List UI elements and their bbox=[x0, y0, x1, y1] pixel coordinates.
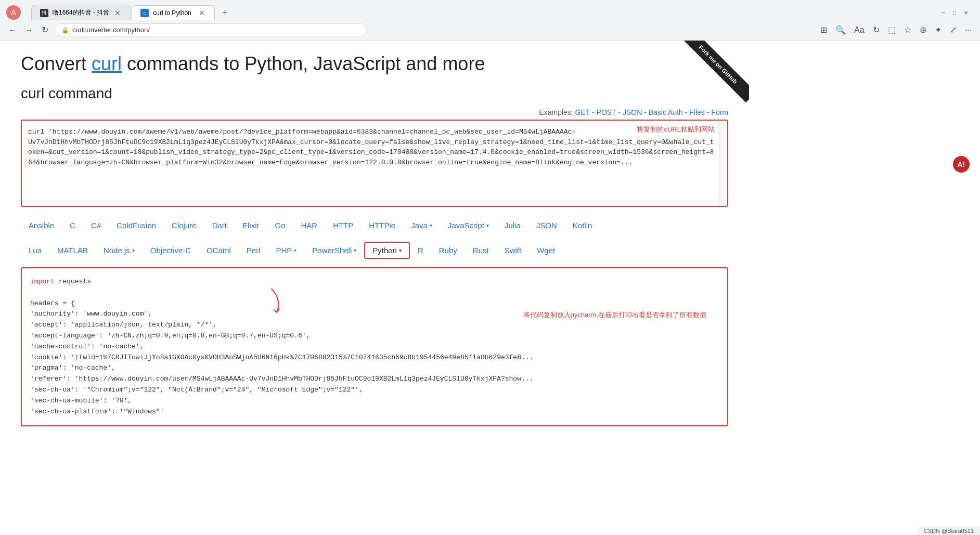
lang-lua[interactable]: Lua bbox=[21, 242, 49, 259]
new-tab-button[interactable]: + bbox=[218, 5, 232, 20]
tab-close-curl[interactable]: ✕ bbox=[198, 9, 206, 17]
maximize-button[interactable]: □ bbox=[951, 9, 958, 16]
lang-ruby[interactable]: Ruby bbox=[431, 242, 465, 259]
example-post[interactable]: POST bbox=[597, 108, 616, 116]
lang-perl[interactable]: Perl bbox=[239, 242, 268, 259]
java-dropdown-arrow: ▾ bbox=[430, 223, 432, 228]
tab-douyin[interactable]: 抖 噜1664的抖音 - 抖音 ✕ bbox=[31, 5, 131, 20]
tab-curl-python[interactable]: C curl to Python ✕ bbox=[132, 5, 215, 20]
curl-link[interactable]: curl bbox=[92, 53, 122, 74]
lang-matlab[interactable]: MATLAB bbox=[49, 242, 96, 259]
favorites-icon[interactable]: ☆ bbox=[902, 23, 913, 37]
close-button[interactable]: ✕ bbox=[962, 9, 970, 16]
refresh-icon[interactable]: ↻ bbox=[871, 23, 882, 37]
js-dropdown-arrow: ▾ bbox=[486, 223, 489, 228]
lang-go[interactable]: Go bbox=[267, 217, 293, 233]
code-line-sec-ua-mobile: 'sec-ch-ua-mobile': '?0', bbox=[30, 396, 719, 407]
curl-command-title: curl command bbox=[21, 85, 728, 102]
lang-httpie[interactable]: HTTPie bbox=[361, 217, 403, 233]
code-line-headers-open: headers = { bbox=[30, 298, 719, 309]
tab-favicon-curl: C bbox=[140, 9, 149, 17]
code-line-referer: 'referer': 'https://www.douyin.com/user/… bbox=[30, 374, 719, 385]
browser-chrome: A 抖 噜1664的抖音 - 抖音 ✕ C curl to Python ✕ +… bbox=[0, 0, 980, 41]
lang-r[interactable]: R bbox=[410, 242, 431, 259]
import-module: requests bbox=[59, 278, 91, 285]
curl-input-container: 将复制的cURL粘贴到网站 bbox=[21, 120, 728, 207]
lang-powershell[interactable]: PowerShell ▾ bbox=[304, 242, 364, 259]
reader-icon[interactable]: Aa bbox=[852, 23, 867, 37]
lang-json[interactable]: JSON bbox=[528, 217, 565, 233]
collection-icon[interactable]: ⊕ bbox=[918, 23, 929, 37]
lang-elixir[interactable]: Elixir bbox=[235, 217, 267, 233]
examples-line: Examples: GET - POST - JSON - Basic Auth… bbox=[21, 108, 728, 116]
example-get[interactable]: GET bbox=[575, 108, 590, 116]
fork-ribbon-text[interactable]: Fork me on GitHub bbox=[680, 41, 749, 102]
lang-javascript[interactable]: JavaScript ▾ bbox=[440, 217, 497, 233]
more-icon[interactable]: ··· bbox=[963, 23, 974, 37]
forward-button[interactable]: → bbox=[23, 23, 35, 37]
tab-title-curl: curl to Python bbox=[153, 9, 194, 17]
tab-title-douyin: 噜1664的抖音 - 抖音 bbox=[53, 8, 109, 17]
fork-ribbon[interactable]: Fork me on GitHub bbox=[676, 41, 749, 113]
reload-button[interactable]: ↻ bbox=[40, 23, 50, 37]
lang-ocaml[interactable]: OCaml bbox=[199, 242, 239, 259]
ps-dropdown-arrow: ▾ bbox=[354, 247, 356, 253]
lang-swift[interactable]: Swift bbox=[497, 242, 530, 259]
code-line-sec-ua-platform: 'sec-ch-ua-platform': '"Windows"' bbox=[30, 407, 719, 417]
window-controls: ─ □ ✕ bbox=[939, 9, 970, 16]
code-line-cookie: 'cookie': 'ttwid=1%7CRJTTuwiJjYo8a1GXOAc… bbox=[30, 353, 719, 363]
code-line-import: import requests bbox=[30, 277, 719, 288]
lang-c[interactable]: C bbox=[62, 217, 83, 233]
lock-icon: 🔒 bbox=[61, 27, 69, 34]
title-bar: A 抖 噜1664的抖音 - 抖音 ✕ C curl to Python ✕ +… bbox=[0, 0, 980, 21]
toolbar-icons: ⊞ 🔍 Aa ↻ ⬚ ☆ ⊕ ✦ ⤢ ··· bbox=[818, 23, 974, 37]
share-icon[interactable]: ⤢ bbox=[948, 23, 959, 37]
minimize-button[interactable]: ─ bbox=[939, 9, 947, 16]
lang-coldfusion[interactable]: ColdFusion bbox=[109, 217, 164, 233]
code-line-accept: 'accept': 'application/json, text/plain,… bbox=[30, 320, 719, 331]
language-nav-row2: Lua MATLAB Node.js ▾ Objective-C OCaml P… bbox=[21, 242, 728, 259]
pycharm-annotation: 将代码复制放入pycharm,在最后打印出看是否拿到了所有数据 bbox=[523, 310, 706, 321]
language-nav: Ansible C C# ColdFusion Clojure Dart Eli… bbox=[21, 217, 728, 233]
tab-close-douyin[interactable]: ✕ bbox=[113, 9, 122, 17]
lang-har[interactable]: HAR bbox=[293, 217, 326, 233]
page-title-prefix: Convert bbox=[21, 53, 92, 74]
address-bar[interactable]: 🔒 curlconverter.com/python/ bbox=[55, 23, 367, 36]
lang-ansible[interactable]: Ansible bbox=[21, 217, 62, 233]
curl-input[interactable] bbox=[22, 121, 727, 204]
zoom-icon[interactable]: 🔍 bbox=[833, 23, 848, 37]
profile-icon[interactable]: A bbox=[6, 5, 21, 20]
code-output: import requests headers = { 'authority':… bbox=[21, 267, 728, 426]
nodejs-dropdown-arrow: ▾ bbox=[132, 247, 135, 253]
lang-python[interactable]: Python ▾ bbox=[364, 242, 410, 259]
lang-wget[interactable]: Wget bbox=[529, 242, 563, 259]
lang-dart[interactable]: Dart bbox=[204, 217, 235, 233]
page-content: Fork me on GitHub Convert curl commands … bbox=[0, 41, 749, 439]
example-json[interactable]: JSON bbox=[623, 108, 642, 116]
examples-label: Examples: bbox=[539, 108, 573, 116]
splitscreen-icon[interactable]: ⬚ bbox=[886, 23, 898, 37]
lang-csharp[interactable]: C# bbox=[83, 217, 109, 233]
lang-rust[interactable]: Rust bbox=[465, 242, 497, 259]
lang-julia[interactable]: Julia bbox=[497, 217, 528, 233]
copilot-icon[interactable]: ✦ bbox=[933, 23, 944, 37]
lang-php[interactable]: PHP ▾ bbox=[268, 242, 305, 259]
adblock-icon: A! bbox=[953, 156, 970, 173]
lang-http[interactable]: HTTP bbox=[325, 217, 361, 233]
lang-java[interactable]: Java ▾ bbox=[403, 217, 440, 233]
lang-nodejs[interactable]: Node.js ▾ bbox=[96, 242, 143, 259]
code-line-sec-ua: 'sec-ch-ua': '"Chromium";v="122", "Not(A… bbox=[30, 385, 719, 396]
code-line-accept-lang: 'accept-language': 'zh-CN,zh;q=0.9,en;q=… bbox=[30, 331, 719, 342]
page-title: Convert curl commands to Python, JavaScr… bbox=[21, 53, 728, 75]
tab-favicon-douyin: 抖 bbox=[40, 9, 48, 17]
lang-objc[interactable]: Objective-C bbox=[143, 242, 199, 259]
lang-kotlin[interactable]: Kotlin bbox=[565, 217, 600, 233]
code-line-blank1 bbox=[30, 288, 719, 298]
page-title-suffix: commands to Python, JavaScript and more bbox=[122, 53, 485, 74]
lang-clojure[interactable]: Clojure bbox=[164, 217, 204, 233]
back-button[interactable]: ← bbox=[6, 23, 19, 37]
extensions-icon[interactable]: ⊞ bbox=[818, 23, 829, 37]
address-text: curlconverter.com/python/ bbox=[72, 26, 150, 34]
curl-scrollbar[interactable] bbox=[719, 121, 727, 206]
code-line-cache: 'cache-control': 'no-cache', bbox=[30, 342, 719, 353]
